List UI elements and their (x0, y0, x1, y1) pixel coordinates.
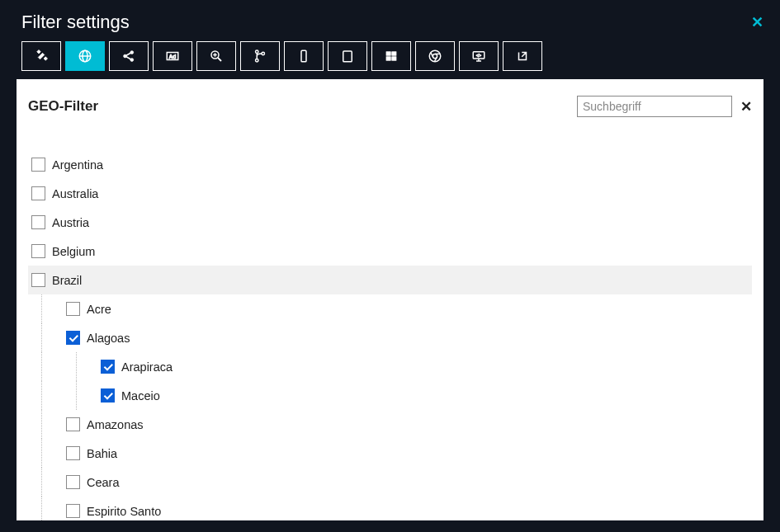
tree-indent (41, 323, 59, 352)
clear-search-icon[interactable]: ✕ (740, 98, 752, 115)
tree-row[interactable]: Maceio (28, 381, 752, 410)
tree-indent (76, 352, 94, 381)
tab-globe[interactable] (65, 41, 105, 71)
tab-share[interactable] (109, 41, 149, 71)
tree-label: Belgium (52, 245, 95, 258)
chrome-icon (428, 49, 442, 64)
tree-label: Espirito Santo (87, 505, 161, 518)
search-wrap: ✕ (577, 96, 752, 117)
tree-checkbox[interactable] (101, 360, 115, 374)
tree-row[interactable]: Acre (28, 294, 752, 323)
tree-row[interactable]: Austria (28, 208, 752, 237)
tree-label: Maceio (121, 389, 160, 403)
tree-checkbox[interactable] (66, 446, 80, 460)
search-input[interactable] (577, 96, 732, 117)
globe-icon (78, 49, 92, 64)
tab-branch[interactable] (240, 41, 280, 71)
tab-zoom[interactable] (196, 41, 236, 71)
tree-row[interactable]: Brazil (28, 266, 752, 294)
tree-row[interactable]: Bahia (28, 439, 752, 468)
tab-monitor[interactable]: </> (459, 41, 499, 71)
svg-line-6 (126, 53, 130, 55)
tree-checkbox[interactable] (101, 388, 115, 403)
tree-label: Ceara (87, 476, 120, 489)
tab-tablet[interactable] (328, 41, 367, 71)
tree-indent (41, 352, 59, 381)
svg-point-16 (262, 52, 264, 54)
branch-icon (253, 49, 267, 64)
geo-tree: ArgentinaAustraliaAustriaBelgiumBrazilAc… (28, 150, 752, 520)
share-icon (121, 49, 136, 64)
close-icon[interactable]: ✕ (751, 13, 763, 31)
tree-checkbox[interactable] (66, 331, 80, 345)
svg-rect-20 (392, 52, 396, 56)
tree-row[interactable]: Belgium (28, 237, 752, 266)
svg-rect-21 (386, 57, 390, 61)
svg-point-14 (256, 50, 258, 53)
tree-checkbox[interactable] (31, 244, 45, 258)
panel-title: GEO-Filter (28, 98, 98, 115)
monitor-icon: </> (471, 49, 486, 64)
svg-line-7 (126, 57, 130, 59)
tree-label: Amazonas (87, 418, 144, 431)
svg-rect-18 (343, 51, 352, 62)
tree-label: Alagoas (87, 332, 130, 345)
tree-row[interactable]: Argentina (28, 150, 752, 179)
external-icon (515, 49, 530, 64)
tree-indent (76, 381, 94, 410)
tab-chrome[interactable] (415, 41, 455, 71)
tree-indent (41, 294, 59, 323)
geo-filter-panel: GEO-Filter ✕ ArgentinaAustraliaAustriaBe… (17, 79, 763, 520)
tab-puzzle[interactable] (21, 41, 61, 71)
tree-checkbox[interactable] (31, 186, 45, 200)
svg-text:Ad: Ad (169, 54, 177, 59)
tree-label: Bahia (87, 447, 117, 460)
svg-point-15 (256, 59, 258, 62)
tree-checkbox[interactable] (31, 273, 45, 287)
tree-checkbox[interactable] (31, 215, 45, 229)
modal-header: Filter settings ✕ (0, 0, 780, 41)
tree-row[interactable]: Ceara (28, 468, 752, 497)
tab-windows[interactable] (371, 41, 411, 71)
svg-line-11 (218, 58, 221, 61)
tree-checkbox[interactable] (66, 504, 80, 518)
tree-indent (41, 468, 59, 497)
tree-checkbox[interactable] (66, 417, 80, 431)
tree-label: Arapiraca (121, 360, 173, 374)
zoom-icon (209, 49, 224, 64)
tablet-icon (340, 49, 355, 64)
tab-phone[interactable] (284, 41, 324, 71)
svg-text:</>: </> (476, 54, 482, 58)
tree-indent (41, 497, 59, 520)
tree-label: Acre (87, 303, 111, 316)
tree-indent (41, 381, 59, 410)
phone-icon (296, 49, 311, 64)
tab-ad[interactable]: Ad (153, 41, 192, 71)
tree-row[interactable]: Amazonas (28, 410, 752, 439)
svg-rect-17 (301, 50, 306, 62)
tree-label: Argentina (52, 158, 103, 172)
tree-row[interactable]: Australia (28, 179, 752, 208)
tree-label: Brazil (52, 274, 82, 287)
filter-tabs: Ad</> (0, 41, 780, 79)
puzzle-icon (34, 49, 49, 64)
tab-external[interactable] (503, 41, 542, 71)
ad-icon: Ad (165, 49, 180, 64)
tree-checkbox[interactable] (66, 475, 80, 489)
tree-indent (41, 439, 59, 468)
tree-indent (41, 410, 59, 439)
modal-title: Filter settings (21, 12, 130, 33)
tree-label: Austria (52, 216, 89, 229)
windows-icon (384, 49, 399, 64)
tree-checkbox[interactable] (31, 158, 45, 172)
tree-row[interactable]: Espirito Santo (28, 497, 752, 520)
tree-row[interactable]: Arapiraca (28, 352, 752, 381)
tree-checkbox[interactable] (66, 302, 80, 316)
svg-rect-22 (392, 57, 396, 61)
svg-rect-19 (386, 52, 390, 56)
tree-row[interactable]: Alagoas (28, 323, 752, 352)
tree-label: Australia (52, 187, 98, 200)
panel-header: GEO-Filter ✕ (28, 96, 752, 117)
